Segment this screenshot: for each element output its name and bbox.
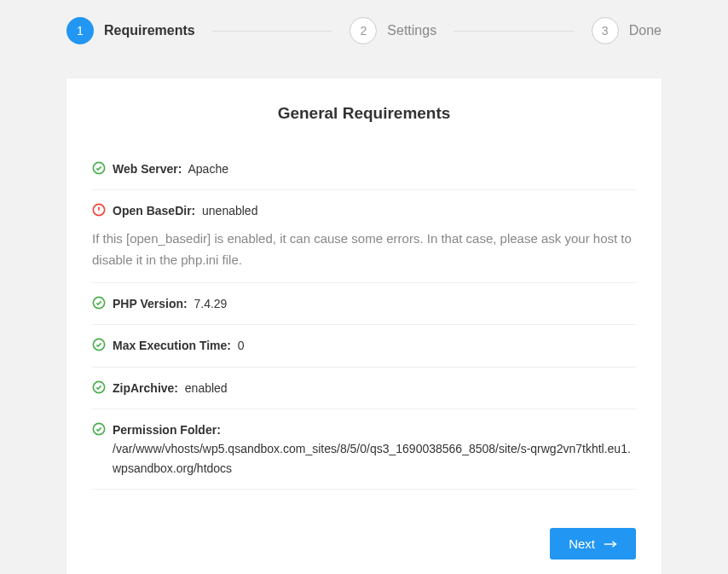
requirement-value: /var/www/vhosts/wp5.qsandbox.com_sites/8… — [113, 442, 631, 474]
requirement-value: enabled — [185, 381, 228, 395]
step-label: Requirements — [104, 23, 195, 38]
step-number: 1 — [66, 17, 94, 44]
requirement-php-version: PHP Version: 7.4.29 — [92, 283, 636, 325]
requirement-open-basedir: Open BaseDir: unenabled If this [open_ba… — [92, 190, 636, 282]
requirement-value: Apache — [188, 162, 228, 176]
requirement-description: If this [open_basedir] is enabled, it ca… — [92, 228, 636, 271]
step-number: 3 — [592, 17, 619, 44]
requirement-label: Open BaseDir — [113, 204, 192, 217]
step-settings[interactable]: 2 Settings — [350, 17, 436, 44]
button-row: Next — [92, 528, 636, 560]
requirement-value: 7.4.29 — [194, 297, 227, 310]
step-label: Done — [629, 23, 662, 38]
check-circle-icon — [92, 161, 106, 175]
requirement-label: Permission Folder — [113, 423, 217, 437]
arrow-right-icon — [604, 540, 617, 548]
card-title: General Requirements — [92, 104, 636, 123]
warning-circle-icon — [92, 203, 106, 217]
requirement-label: PHP Version — [113, 297, 183, 310]
requirement-label: Max Execution Time — [113, 339, 227, 352]
check-circle-icon — [92, 296, 106, 310]
requirement-max-execution-time: Max Execution Time: 0 — [92, 325, 636, 367]
next-button[interactable]: Next — [550, 528, 636, 560]
requirement-ziparchive: ZipArchive: enabled — [92, 368, 636, 409]
next-button-label: Next — [569, 536, 595, 551]
requirement-value: unenabled — [202, 204, 257, 217]
step-label: Settings — [387, 23, 436, 38]
step-done[interactable]: 3 Done — [592, 17, 662, 44]
check-circle-icon — [92, 422, 106, 436]
requirement-label: Web Server — [113, 162, 178, 176]
requirements-card: General Requirements Web Server: Apache … — [66, 78, 662, 574]
requirement-web-server: Web Server: Apache — [92, 148, 636, 190]
step-requirements[interactable]: 1 Requirements — [66, 17, 195, 44]
stepper: 1 Requirements 2 Settings 3 Done — [0, 17, 728, 44]
step-line — [454, 31, 575, 32]
requirement-permission-folder: Permission Folder: /var/www/vhosts/wp5.q… — [92, 409, 636, 490]
step-number: 2 — [350, 17, 377, 44]
check-circle-icon — [92, 380, 106, 394]
check-circle-icon — [92, 338, 106, 351]
requirement-value: 0 — [238, 339, 245, 352]
requirement-label: ZipArchive — [113, 381, 174, 395]
step-line — [212, 31, 333, 32]
